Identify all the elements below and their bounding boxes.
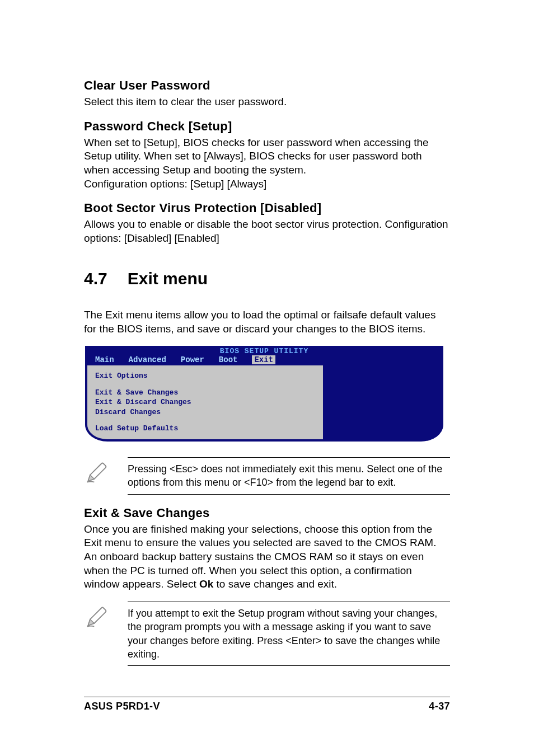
bios-tab-exit: Exit	[252, 355, 275, 364]
bios-item-exit-discard: Exit & Discard Changes	[95, 397, 315, 407]
section-heading-exit-menu: 4.7 Exit menu	[84, 269, 450, 288]
bios-title: BIOS SETUP UTILITY	[85, 347, 443, 355]
bios-item-load-defaults: Load Setup Defaults	[95, 424, 315, 434]
bios-tab-advanced: Advanced	[129, 355, 166, 364]
bios-left-panel: Exit Options Exit & Save Changes Exit & …	[85, 365, 323, 442]
bios-tab-main: Main	[95, 355, 114, 364]
section-number: 4.7	[84, 269, 107, 288]
heading-clear-user-password: Clear User Password	[84, 78, 450, 93]
bios-tabs: Main Advanced Power Boot Exit	[85, 355, 443, 365]
body-exit-save-changes: Once you are finished making your select…	[84, 523, 450, 591]
note-esc: Pressing <Esc> does not immediately exit…	[84, 457, 450, 495]
bios-header: BIOS SETUP UTILITY Main Advanced Power B…	[85, 346, 443, 365]
bios-body: Exit Options Exit & Save Changes Exit & …	[85, 365, 443, 442]
bios-tab-boot: Boot	[219, 355, 238, 364]
footer-product: ASUS P5RD1-V	[84, 701, 160, 712]
heading-boot-sector-virus: Boot Sector Virus Protection [Disabled]	[84, 201, 450, 215]
body-password-check: When set to [Setup], BIOS checks for use…	[84, 136, 450, 191]
bios-right-panel	[323, 365, 443, 442]
note-exit-without-save: If you attempt to exit the Setup program…	[84, 602, 450, 666]
pencil-note-icon	[84, 457, 112, 487]
pencil-note-icon	[84, 602, 112, 632]
section-title: Exit menu	[128, 269, 208, 288]
bios-screenshot: BIOS SETUP UTILITY Main Advanced Power B…	[85, 346, 443, 442]
page-footer: ASUS P5RD1-V 4-37	[84, 697, 450, 712]
heading-password-check: Password Check [Setup]	[84, 119, 450, 134]
note-esc-text: Pressing <Esc> does not immediately exit…	[128, 457, 450, 495]
intro-paragraph: The Exit menu items allow you to load th…	[84, 308, 450, 336]
body-boot-sector-virus: Allows you to enable or disable the boot…	[84, 218, 450, 245]
bios-item-discard: Discard Changes	[95, 407, 315, 417]
footer-page-number: 4-37	[429, 701, 450, 712]
note-exit-without-save-text: If you attempt to exit the Setup program…	[128, 602, 450, 666]
heading-exit-save-changes: Exit & Save Changes	[84, 506, 450, 520]
body-exit-save-after: to save changes and exit.	[213, 578, 337, 590]
bios-panel-title: Exit Options	[95, 371, 315, 381]
ok-label: Ok	[199, 578, 213, 590]
body-clear-user-password: Select this item to clear the user passw…	[84, 95, 450, 109]
bios-tab-power: Power	[181, 355, 204, 364]
bios-item-exit-save: Exit & Save Changes	[95, 388, 315, 398]
